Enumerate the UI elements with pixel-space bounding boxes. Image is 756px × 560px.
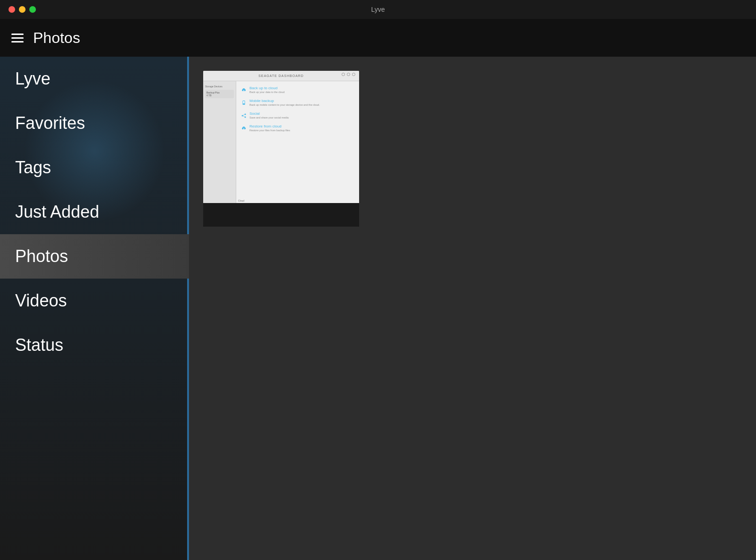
mobile-backup-icon xyxy=(241,99,247,105)
sidebar: Lyve Favorites Tags Just Added Photos Vi… xyxy=(0,57,189,560)
sidebar-item-favorites[interactable]: Favorites xyxy=(0,101,189,145)
screenshot-sidebar: Storage Devices Backup Plus 4 TB xyxy=(203,81,236,203)
top-nav: Photos xyxy=(0,19,756,57)
restore-cloud-icon xyxy=(241,125,247,130)
svg-line-6 xyxy=(243,115,245,116)
sidebar-item-status[interactable]: Status xyxy=(0,323,189,367)
screenshot-item-1: Back up to cloud Back up your data to th… xyxy=(241,86,354,94)
title-bar: Lyve xyxy=(0,0,756,19)
screenshot-black-bottom xyxy=(203,203,359,227)
item3-title: Social xyxy=(249,111,289,116)
close-button[interactable] xyxy=(9,6,15,13)
window-title: Lyve xyxy=(371,6,385,13)
content-area: SEAGATE DASHBOARD Storage Devices Backup… xyxy=(189,57,756,560)
item3-desc: Save and share your social media xyxy=(249,116,289,119)
item1-desc: Back up your data to the cloud xyxy=(249,91,284,94)
item2-title: Mobile backup xyxy=(249,99,320,103)
traffic-lights xyxy=(9,6,36,13)
item4-title: Restore from cloud xyxy=(249,124,290,128)
maximize-button[interactable] xyxy=(29,6,36,13)
page-title: Photos xyxy=(33,29,80,47)
screenshot-footer: Cloud xyxy=(238,199,244,202)
svg-point-2 xyxy=(244,104,244,105)
svg-point-5 xyxy=(245,117,246,118)
screenshot-content-area: SEAGATE DASHBOARD Storage Devices Backup… xyxy=(203,71,359,203)
screenshot-items: Back up to cloud Back up your data to th… xyxy=(236,81,359,203)
item2-desc: Back up mobile content to your storage d… xyxy=(249,103,320,107)
sidebar-item-videos[interactable]: Videos xyxy=(0,279,189,323)
screenshot-header: SEAGATE DASHBOARD xyxy=(203,71,359,81)
svg-rect-1 xyxy=(243,101,245,103)
svg-line-7 xyxy=(243,116,245,117)
svg-point-4 xyxy=(245,114,246,115)
sidebar-item-tags[interactable]: Tags xyxy=(0,145,189,190)
svg-point-3 xyxy=(242,115,243,117)
screenshot-item-4: Restore from cloud Restore your files fr… xyxy=(241,124,354,132)
backup-cloud-icon xyxy=(241,86,247,92)
sidebar-item-lyve[interactable]: Lyve xyxy=(0,57,189,101)
sidebar-item-photos[interactable]: Photos xyxy=(0,234,189,279)
screenshot-item-3: Social Save and share your social media xyxy=(241,111,354,119)
sidebar-item-just-added[interactable]: Just Added xyxy=(0,190,189,234)
item4-desc: Restore your files from backup files xyxy=(249,129,290,132)
screenshot-item-2: Mobile backup Back up mobile content to … xyxy=(241,99,354,107)
social-icon xyxy=(241,112,247,118)
screenshot-thumbnail[interactable]: SEAGATE DASHBOARD Storage Devices Backup… xyxy=(203,71,359,227)
hamburger-menu-icon[interactable] xyxy=(11,34,24,42)
minimize-button[interactable] xyxy=(19,6,26,13)
item1-title: Back up to cloud xyxy=(249,86,284,90)
main-layout: Lyve Favorites Tags Just Added Photos Vi… xyxy=(0,57,756,560)
